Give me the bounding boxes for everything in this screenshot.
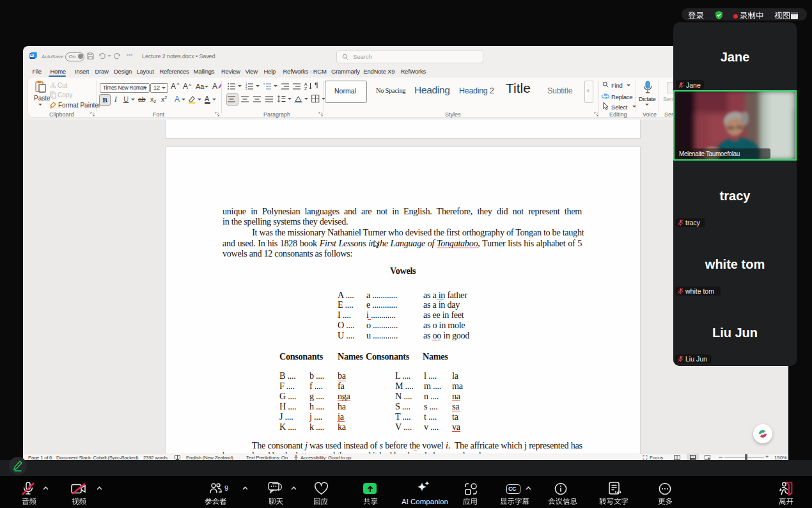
svg-text:3: 3 — [246, 88, 247, 91]
svg-text:A: A — [304, 82, 308, 86]
svg-text:Z: Z — [304, 86, 307, 91]
